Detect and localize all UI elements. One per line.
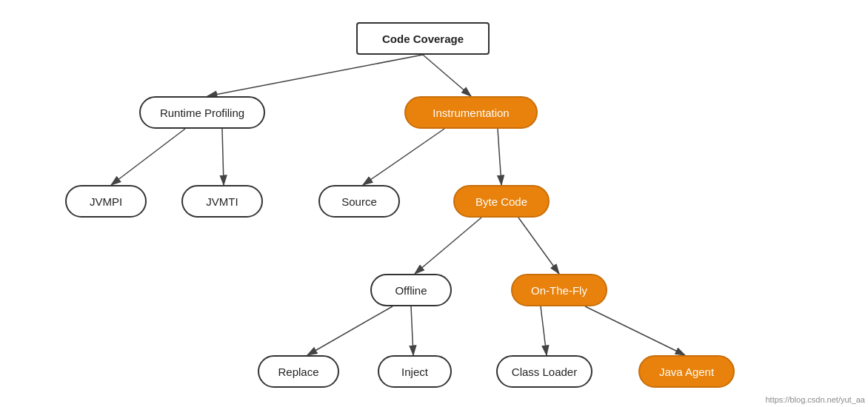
watermark: https://blog.csdn.net/yut_aa [765,395,865,404]
svg-line-10 [411,306,413,355]
node-inject: Inject [378,355,452,388]
node-instrumentation: Instrumentation [404,96,538,129]
node-jvmti: JVMTI [181,185,263,218]
node-source: Source [318,185,400,218]
svg-line-8 [518,218,559,274]
svg-line-3 [111,129,185,185]
diagram-container: Code Coverage Runtime Profiling Instrume… [0,0,868,407]
svg-line-2 [423,55,471,96]
node-byte-code: Byte Code [453,185,550,218]
node-offline: Offline [370,274,452,306]
node-replace: Replace [258,355,339,388]
svg-line-6 [498,129,501,185]
node-class-loader: Class Loader [496,355,592,388]
svg-line-11 [541,306,547,355]
svg-line-7 [415,218,481,274]
node-on-the-fly: On-The-Fly [511,274,607,306]
svg-line-4 [222,129,224,185]
node-code-coverage: Code Coverage [356,22,490,55]
node-java-agent: Java Agent [638,355,735,388]
node-jvmpi: JVMPI [65,185,147,218]
svg-line-1 [207,55,423,96]
svg-line-12 [585,306,685,355]
node-runtime-profiling: Runtime Profiling [139,96,265,129]
svg-line-9 [307,306,393,355]
svg-line-5 [363,129,444,185]
